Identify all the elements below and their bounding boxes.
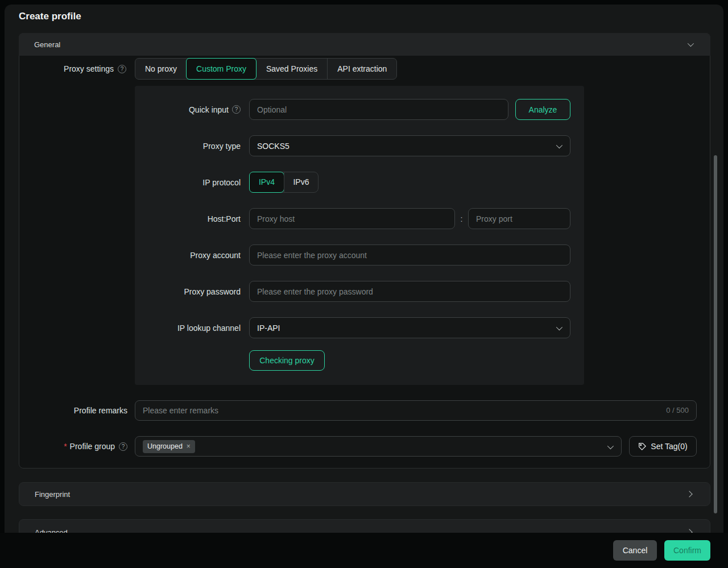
dialog-title: Create profile <box>19 11 81 22</box>
profile-remarks-input[interactable] <box>135 400 697 421</box>
help-icon[interactable] <box>118 65 126 73</box>
host-port-row: Host:Port : <box>135 208 584 229</box>
proxy-password-input[interactable] <box>249 281 570 302</box>
quick-input-row: Quick input Analyze <box>135 99 584 120</box>
proxy-type-row: Proxy type SOCKS5 <box>135 135 584 156</box>
tag-icon <box>638 442 647 451</box>
checking-proxy-button[interactable]: Checking proxy <box>249 350 325 371</box>
proxy-settings-label: Proxy settings <box>64 64 114 73</box>
proxy-settings-label-cell: Proxy settings <box>19 64 135 73</box>
ip-lookup-label: IP lookup channel <box>177 324 241 333</box>
cancel-button[interactable]: Cancel <box>613 540 657 561</box>
create-profile-dialog: Create profile General Proxy settings No… <box>5 5 723 568</box>
proxy-password-row: Proxy password <box>135 281 584 302</box>
chevron-down-icon <box>556 324 562 330</box>
profile-group-label: Profile group <box>70 442 115 451</box>
section-fingerprint-label: Fingerprint <box>35 490 70 499</box>
chevron-down-icon <box>556 142 562 148</box>
ip-protocol-row: IP protocol IPv4 IPv6 <box>135 172 584 193</box>
proxy-host-input[interactable] <box>249 208 455 229</box>
analyze-button[interactable]: Analyze <box>515 99 570 120</box>
host-port-separator: : <box>455 214 468 223</box>
section-fingerprint[interactable]: Fingerprint <box>19 482 710 506</box>
tab-saved-proxies[interactable]: Saved Proxies <box>257 59 327 79</box>
help-icon[interactable] <box>232 105 241 114</box>
proxy-account-row: Proxy account <box>135 244 584 266</box>
proxy-type-label: Proxy type <box>203 142 241 151</box>
chevron-down-icon <box>688 40 694 47</box>
group-tag-chip: Ungrouped <box>143 440 195 453</box>
profile-remarks-row: Profile remarks 0 / 500 <box>19 400 697 421</box>
ip-protocol-label: IP protocol <box>202 178 241 187</box>
section-general: General Proxy settings No proxy Custom P… <box>19 33 710 469</box>
section-general-label: General <box>34 40 60 49</box>
proxy-type-value: SOCKS5 <box>257 142 289 151</box>
scrollbar-thumb[interactable] <box>714 155 717 513</box>
required-mark: * <box>64 442 67 451</box>
proxy-password-label: Proxy password <box>184 287 241 296</box>
quick-input-field[interactable] <box>249 99 508 120</box>
ipv6-option[interactable]: IPv6 <box>284 172 318 192</box>
group-tag-label: Ungrouped <box>147 442 183 450</box>
quick-input-label-cell: Quick input <box>135 105 249 114</box>
ip-lookup-row: IP lookup channel IP-API <box>135 317 584 338</box>
dialog-footer: Cancel Confirm <box>0 533 728 568</box>
tab-no-proxy[interactable]: No proxy <box>135 59 187 79</box>
chevron-down-icon <box>607 443 614 449</box>
quick-input-label: Quick input <box>189 105 229 114</box>
profile-remarks-label: Profile remarks <box>74 406 127 415</box>
help-icon[interactable] <box>119 442 127 451</box>
chevron-right-icon <box>686 491 692 497</box>
section-general-header[interactable]: General <box>19 33 710 56</box>
proxy-account-input[interactable] <box>249 244 570 266</box>
ipv4-option[interactable]: IPv4 <box>249 172 284 193</box>
character-counter: 0 / 500 <box>666 406 689 414</box>
tab-api-extraction[interactable]: API extraction <box>327 59 396 79</box>
remove-tag-icon[interactable] <box>187 443 191 450</box>
proxy-type-select[interactable]: SOCKS5 <box>249 135 570 156</box>
confirm-button[interactable]: Confirm <box>664 540 710 561</box>
set-tag-button[interactable]: Set Tag(0) <box>629 436 697 457</box>
host-port-label: Host:Port <box>208 214 241 223</box>
profile-group-row: * Profile group Ungrouped Set Tag(0) <box>19 436 697 457</box>
custom-proxy-panel: Quick input Analyze Proxy type SOCKS5 <box>135 86 584 385</box>
ip-lookup-select[interactable]: IP-API <box>249 317 570 338</box>
proxy-account-label: Proxy account <box>190 251 241 260</box>
profile-group-select[interactable]: Ungrouped <box>135 436 622 457</box>
ip-lookup-value: IP-API <box>257 324 280 333</box>
proxy-mode-tabs: No proxy Custom Proxy Saved Proxies API … <box>135 58 397 80</box>
set-tag-label: Set Tag(0) <box>651 442 687 451</box>
ip-protocol-toggle: IPv4 IPv6 <box>249 172 318 193</box>
proxy-settings-row: Proxy settings No proxy Custom Proxy Sav… <box>19 58 710 80</box>
tab-custom-proxy[interactable]: Custom Proxy <box>186 58 257 80</box>
proxy-port-input[interactable] <box>468 208 570 229</box>
